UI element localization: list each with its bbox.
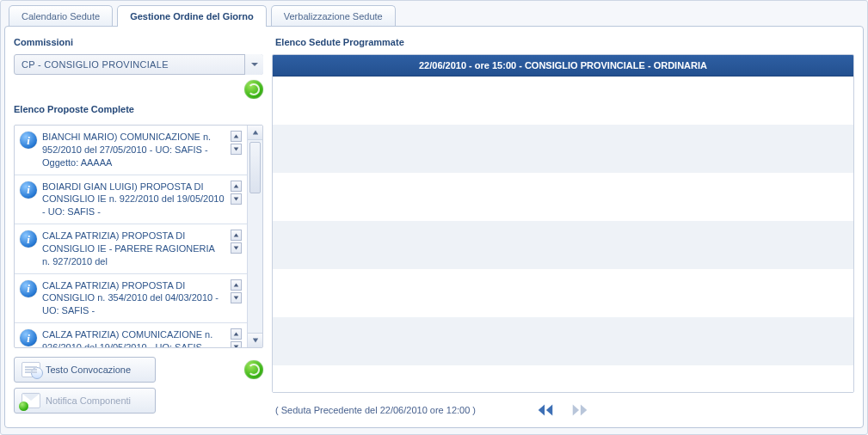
list-item[interactable]: i BIANCHI MARIO) COMUNICAZIONE n. 952/20…	[15, 126, 247, 175]
proposte-list-body: i BIANCHI MARIO) COMUNICAZIONE n. 952/20…	[15, 126, 247, 347]
prev-seduta-label: ( Seduta Precedente del 22/06/2010 ore 1…	[275, 405, 476, 415]
commissione-select[interactable]: CP - CONSIGLIO PROVINCIALE	[14, 54, 263, 75]
tab-panel: Commissioni CP - CONSIGLIO PROVINCIALE E…	[4, 26, 864, 428]
button-label: Notifica Componenti	[46, 395, 131, 406]
tab-calendario[interactable]: Calendario Sedute	[9, 5, 113, 27]
button-label: Testo Convocazione	[46, 365, 131, 375]
sedute-title: Elenco Sedute Programmate	[275, 37, 854, 47]
left-column: Commissioni CP - CONSIGLIO PROVINCIALE E…	[14, 34, 263, 419]
list-item[interactable]: i CALZA PATRIZIA) PROPOSTA DI CONSIGLIO …	[15, 274, 247, 324]
list-item-text: CALZA PATRIZIA) PROPOSTA DI CONSIGLIO n.…	[42, 279, 225, 318]
mail-send-icon	[22, 393, 40, 408]
list-item-text: BIANCHI MARIO) COMUNICAZIONE n. 952/2010…	[42, 131, 225, 169]
tab-gestione-odg[interactable]: Gestione Ordine del Giorno	[117, 5, 267, 27]
table-row[interactable]	[273, 77, 853, 125]
proposte-label: Elenco Proposte Complete	[14, 104, 263, 114]
info-icon: i	[20, 280, 37, 297]
notifica-componenti-button[interactable]: Notifica Componenti	[14, 388, 156, 414]
scrollbar[interactable]	[247, 126, 262, 347]
sedute-table: 22/06/2010 - ore 15:00 - CONSIGLIO PROVI…	[272, 54, 854, 393]
table-row[interactable]	[273, 269, 853, 317]
reorder-arrows	[230, 181, 242, 205]
table-row[interactable]	[273, 173, 853, 221]
list-item-text: CALZA PATRIZIA) PROPOSTA DI CONSIGLIO IE…	[42, 230, 225, 268]
info-icon: i	[20, 181, 37, 199]
move-up-button[interactable]	[231, 131, 242, 142]
scroll-thumb[interactable]	[249, 142, 261, 193]
move-down-button[interactable]	[231, 144, 242, 155]
list-item[interactable]: i CALZA PATRIZIA) COMUNICAZIONE n. 926/2…	[15, 323, 247, 347]
footer-bar: ( Seduta Precedente del 22/06/2010 ore 1…	[272, 401, 854, 419]
reorder-arrows	[230, 328, 242, 347]
table-row[interactable]	[273, 221, 853, 269]
move-up-button[interactable]	[231, 279, 242, 291]
reorder-arrows	[230, 131, 242, 155]
seduta-header[interactable]: 22/06/2010 - ore 15:00 - CONSIGLIO PROVI…	[273, 55, 853, 77]
list-item[interactable]: i CALZA PATRIZIA) PROPOSTA DI CONSIGLIO …	[15, 224, 247, 274]
document-search-icon	[22, 362, 40, 377]
reorder-arrows	[230, 279, 242, 303]
prev-seduta-button[interactable]	[534, 401, 557, 419]
proposte-list: i BIANCHI MARIO) COMUNICAZIONE n. 952/20…	[14, 125, 263, 348]
tab-bar: Calendario Sedute Gestione Ordine del Gi…	[4, 4, 864, 26]
testo-convocazione-button[interactable]: Testo Convocazione	[14, 357, 156, 383]
commissione-selected-value: CP - CONSIGLIO PROVINCIALE	[14, 54, 263, 75]
refresh-commissioni-button[interactable]	[244, 80, 263, 99]
list-item-text: BOIARDI GIAN LUIGI) PROPOSTA DI CONSIGLI…	[42, 181, 225, 219]
sedute-body	[273, 77, 853, 392]
right-column: Elenco Sedute Programmate 22/06/2010 - o…	[272, 34, 854, 419]
scroll-track[interactable]	[248, 140, 262, 333]
commissioni-label: Commissioni	[14, 37, 263, 47]
move-down-button[interactable]	[231, 242, 242, 254]
reorder-arrows	[230, 230, 242, 254]
table-row[interactable]	[273, 125, 853, 173]
table-row[interactable]	[273, 317, 853, 365]
info-icon: i	[20, 329, 37, 346]
scroll-down-button[interactable]	[248, 333, 262, 347]
info-icon: i	[20, 132, 37, 149]
move-down-button[interactable]	[231, 193, 242, 205]
move-up-button[interactable]	[231, 328, 242, 340]
move-down-button[interactable]	[231, 341, 242, 347]
list-item-text: CALZA PATRIZIA) COMUNICAZIONE n. 926/201…	[42, 328, 225, 347]
move-down-button[interactable]	[231, 292, 242, 303]
move-up-button[interactable]	[231, 181, 242, 192]
move-up-button[interactable]	[231, 230, 242, 241]
info-icon: i	[20, 230, 37, 248]
app-root: Calendario Sedute Gestione Ordine del Gi…	[0, 0, 868, 435]
next-seduta-button[interactable]	[569, 401, 591, 419]
chevron-down-icon	[244, 54, 263, 75]
refresh-proposte-button[interactable]	[244, 360, 263, 379]
scroll-up-button[interactable]	[248, 126, 262, 140]
list-item[interactable]: i BOIARDI GIAN LUIGI) PROPOSTA DI CONSIG…	[15, 175, 247, 225]
tab-verbalizzazione[interactable]: Verbalizzazione Sedute	[271, 5, 396, 27]
